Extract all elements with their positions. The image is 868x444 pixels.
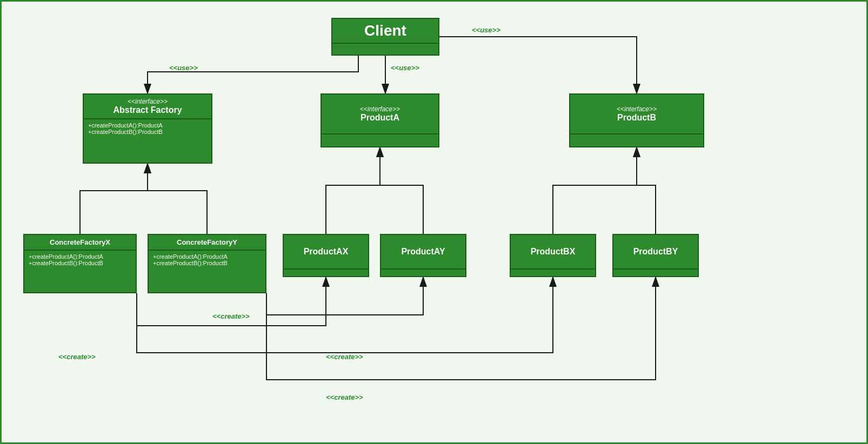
- product-b-box: <<interface>> ProductB: [569, 93, 704, 147]
- concrete-factory-y-box: ConcreteFactoryY +createProductA():Produ…: [148, 234, 266, 293]
- concrete-factory-x-box: ConcreteFactoryX +createProductA():Produ…: [23, 234, 137, 293]
- product-ay-box: ProductAY: [380, 234, 466, 277]
- client-box: Client: [331, 18, 439, 56]
- cfx-method-1: +createProductA():ProductA: [29, 253, 131, 260]
- cfy-method-1: +createProductA():ProductA: [153, 253, 261, 260]
- product-b-label: ProductB: [576, 113, 698, 123]
- concrete-factory-x-methods: +createProductA():ProductA +createProduc…: [24, 251, 136, 269]
- product-a-label: ProductA: [327, 113, 433, 123]
- use-label-1: <<use>>: [169, 64, 198, 72]
- product-b-stereotype: <<interface>>: [576, 105, 698, 113]
- product-bx-box: ProductBX: [510, 234, 596, 277]
- abstract-factory-stereotype: <<interface>>: [89, 98, 206, 105]
- cfx-method-2: +createProductB():ProductB: [29, 260, 131, 266]
- create-label-2: <<create>>: [212, 312, 250, 320]
- product-ax-box: ProductAX: [283, 234, 369, 277]
- abstract-factory-methods: +createProductA():ProductA +createProduc…: [84, 119, 211, 138]
- abstract-factory-method-1: +createProductA():ProductA: [88, 122, 207, 129]
- abstract-factory-box: <<interface>> Abstract Factory +createPr…: [83, 93, 212, 164]
- concrete-factory-y-methods: +createProductA():ProductA +createProduc…: [149, 251, 265, 269]
- concrete-factory-y-label: ConcreteFactoryY: [154, 238, 260, 246]
- create-label-1: <<create>>: [58, 353, 96, 361]
- product-bx-label: ProductBX: [516, 247, 590, 257]
- product-by-label: ProductBY: [619, 247, 692, 257]
- arrows-svg: [2, 2, 868, 444]
- create-label-4: <<create>>: [326, 393, 363, 401]
- use-label-3: <<use>>: [472, 26, 500, 34]
- product-by-box: ProductBY: [612, 234, 699, 277]
- product-ay-label: ProductAY: [386, 247, 460, 257]
- concrete-factory-x-label: ConcreteFactoryX: [30, 238, 130, 246]
- diagram-container: <<use>> <<use>> <<use>> <<create>> <<cre…: [0, 0, 868, 444]
- product-a-box: <<interface>> ProductA: [321, 93, 439, 147]
- abstract-factory-method-2: +createProductB():ProductB: [88, 129, 207, 135]
- use-label-2: <<use>>: [391, 64, 419, 72]
- product-a-stereotype: <<interface>>: [327, 105, 433, 113]
- client-label: Client: [338, 22, 433, 39]
- abstract-factory-label: Abstract Factory: [89, 105, 206, 115]
- product-ax-label: ProductAX: [289, 247, 363, 257]
- cfy-method-2: +createProductB():ProductB: [153, 260, 261, 266]
- create-label-3: <<create>>: [326, 353, 363, 361]
